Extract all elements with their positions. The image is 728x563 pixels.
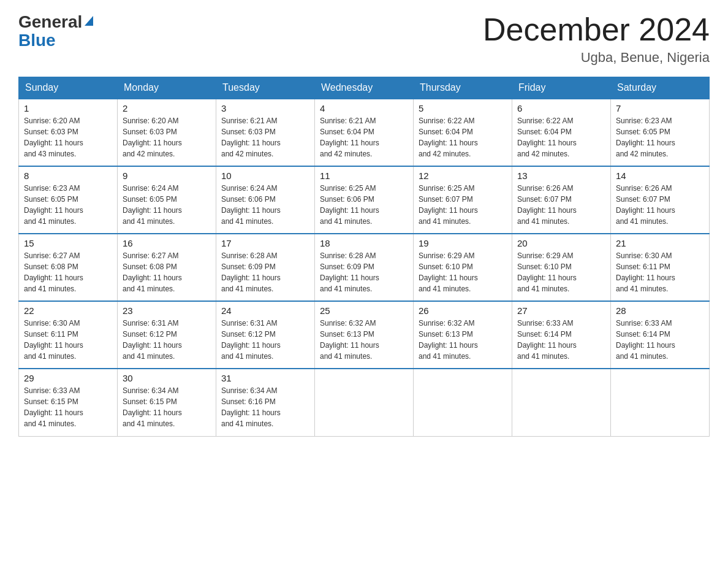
- day-number: 23: [123, 305, 211, 316]
- day-number: 6: [517, 103, 605, 113]
- day-info: Sunrise: 6:29 AMSunset: 6:10 PMDaylight:…: [419, 251, 478, 293]
- day-info: Sunrise: 6:28 AMSunset: 6:09 PMDaylight:…: [221, 251, 281, 293]
- day-number: 15: [24, 238, 112, 248]
- calendar-cell: 8 Sunrise: 6:23 AMSunset: 6:05 PMDayligh…: [19, 166, 118, 234]
- day-number: 21: [616, 238, 704, 248]
- title-area: December 2024 Ugba, Benue, Nigeria: [483, 12, 710, 66]
- day-info: Sunrise: 6:22 AMSunset: 6:04 PMDaylight:…: [419, 117, 478, 158]
- calendar-week-row: 29 Sunrise: 6:33 AMSunset: 6:15 PMDaylig…: [19, 369, 710, 436]
- col-header-sunday: Sunday: [19, 77, 118, 99]
- calendar-cell: 31 Sunrise: 6:34 AMSunset: 6:16 PMDaylig…: [216, 369, 315, 436]
- day-info: Sunrise: 6:29 AMSunset: 6:10 PMDaylight:…: [517, 251, 577, 293]
- calendar-cell: [315, 369, 414, 436]
- day-number: 11: [320, 170, 408, 181]
- calendar-cell: 3 Sunrise: 6:21 AMSunset: 6:03 PMDayligh…: [216, 99, 315, 166]
- calendar-cell: 19 Sunrise: 6:29 AMSunset: 6:10 PMDaylig…: [414, 234, 512, 301]
- day-number: 5: [419, 103, 507, 113]
- day-info: Sunrise: 6:31 AMSunset: 6:12 PMDaylight:…: [123, 319, 182, 361]
- day-info: Sunrise: 6:24 AMSunset: 6:05 PMDaylight:…: [123, 184, 182, 226]
- day-info: Sunrise: 6:34 AMSunset: 6:16 PMDaylight:…: [221, 386, 281, 428]
- calendar-cell: 4 Sunrise: 6:21 AMSunset: 6:04 PMDayligh…: [315, 99, 414, 166]
- col-header-friday: Friday: [512, 77, 611, 99]
- day-number: 4: [320, 103, 408, 113]
- day-number: 13: [517, 170, 605, 181]
- calendar-cell: 14 Sunrise: 6:26 AMSunset: 6:07 PMDaylig…: [611, 166, 710, 234]
- calendar-cell: 17 Sunrise: 6:28 AMSunset: 6:09 PMDaylig…: [216, 234, 315, 301]
- calendar-cell: 11 Sunrise: 6:25 AMSunset: 6:06 PMDaylig…: [315, 166, 414, 234]
- day-number: 27: [517, 305, 605, 316]
- month-title: December 2024: [483, 12, 710, 47]
- day-info: Sunrise: 6:33 AMSunset: 6:15 PMDaylight:…: [24, 386, 83, 428]
- calendar-cell: 21 Sunrise: 6:30 AMSunset: 6:11 PMDaylig…: [611, 234, 710, 301]
- logo: General Blue: [18, 12, 93, 49]
- day-number: 31: [221, 373, 309, 383]
- calendar-cell: 5 Sunrise: 6:22 AMSunset: 6:04 PMDayligh…: [414, 99, 512, 166]
- day-number: 30: [123, 373, 211, 383]
- day-number: 1: [24, 103, 112, 113]
- day-info: Sunrise: 6:32 AMSunset: 6:13 PMDaylight:…: [419, 319, 478, 361]
- day-number: 8: [24, 170, 112, 181]
- day-info: Sunrise: 6:25 AMSunset: 6:07 PMDaylight:…: [419, 184, 478, 226]
- calendar-week-row: 8 Sunrise: 6:23 AMSunset: 6:05 PMDayligh…: [19, 166, 710, 234]
- calendar-cell: [512, 369, 611, 436]
- col-header-wednesday: Wednesday: [315, 77, 414, 99]
- day-info: Sunrise: 6:30 AMSunset: 6:11 PMDaylight:…: [616, 251, 675, 293]
- calendar-cell: 2 Sunrise: 6:20 AMSunset: 6:03 PMDayligh…: [118, 99, 216, 166]
- calendar-cell: 13 Sunrise: 6:26 AMSunset: 6:07 PMDaylig…: [512, 166, 611, 234]
- day-info: Sunrise: 6:23 AMSunset: 6:05 PMDaylight:…: [616, 117, 675, 158]
- day-info: Sunrise: 6:32 AMSunset: 6:13 PMDaylight:…: [320, 319, 379, 361]
- day-info: Sunrise: 6:24 AMSunset: 6:06 PMDaylight:…: [221, 184, 281, 226]
- day-number: 2: [123, 103, 211, 113]
- calendar-week-row: 15 Sunrise: 6:27 AMSunset: 6:08 PMDaylig…: [19, 234, 710, 301]
- day-number: 17: [221, 238, 309, 248]
- calendar-cell: 10 Sunrise: 6:24 AMSunset: 6:06 PMDaylig…: [216, 166, 315, 234]
- calendar-cell: 6 Sunrise: 6:22 AMSunset: 6:04 PMDayligh…: [512, 99, 611, 166]
- day-info: Sunrise: 6:27 AMSunset: 6:08 PMDaylight:…: [123, 251, 182, 293]
- logo-general-text: General: [18, 12, 82, 32]
- day-info: Sunrise: 6:28 AMSunset: 6:09 PMDaylight:…: [320, 251, 379, 293]
- day-info: Sunrise: 6:34 AMSunset: 6:15 PMDaylight:…: [123, 386, 182, 428]
- location-title: Ugba, Benue, Nigeria: [483, 50, 710, 66]
- day-info: Sunrise: 6:31 AMSunset: 6:12 PMDaylight:…: [221, 319, 281, 361]
- day-info: Sunrise: 6:27 AMSunset: 6:08 PMDaylight:…: [24, 251, 83, 293]
- day-info: Sunrise: 6:30 AMSunset: 6:11 PMDaylight:…: [24, 319, 83, 361]
- calendar-cell: 27 Sunrise: 6:33 AMSunset: 6:14 PMDaylig…: [512, 301, 611, 369]
- calendar-cell: 28 Sunrise: 6:33 AMSunset: 6:14 PMDaylig…: [611, 301, 710, 369]
- day-info: Sunrise: 6:25 AMSunset: 6:06 PMDaylight:…: [320, 184, 379, 226]
- calendar-week-row: 1 Sunrise: 6:20 AMSunset: 6:03 PMDayligh…: [19, 99, 710, 166]
- day-number: 28: [616, 305, 704, 316]
- calendar-cell: 12 Sunrise: 6:25 AMSunset: 6:07 PMDaylig…: [414, 166, 512, 234]
- day-info: Sunrise: 6:33 AMSunset: 6:14 PMDaylight:…: [517, 319, 577, 361]
- day-number: 3: [221, 103, 309, 113]
- day-info: Sunrise: 6:21 AMSunset: 6:03 PMDaylight:…: [221, 117, 281, 158]
- col-header-tuesday: Tuesday: [216, 77, 315, 99]
- col-header-thursday: Thursday: [414, 77, 512, 99]
- day-info: Sunrise: 6:20 AMSunset: 6:03 PMDaylight:…: [123, 117, 182, 158]
- day-number: 10: [221, 170, 309, 181]
- day-number: 22: [24, 305, 112, 316]
- calendar-cell: 23 Sunrise: 6:31 AMSunset: 6:12 PMDaylig…: [118, 301, 216, 369]
- calendar-cell: 7 Sunrise: 6:23 AMSunset: 6:05 PMDayligh…: [611, 99, 710, 166]
- calendar-cell: 16 Sunrise: 6:27 AMSunset: 6:08 PMDaylig…: [118, 234, 216, 301]
- day-number: 9: [123, 170, 211, 181]
- calendar-cell: 25 Sunrise: 6:32 AMSunset: 6:13 PMDaylig…: [315, 301, 414, 369]
- day-number: 20: [517, 238, 605, 248]
- calendar-cell: [414, 369, 512, 436]
- calendar-week-row: 22 Sunrise: 6:30 AMSunset: 6:11 PMDaylig…: [19, 301, 710, 369]
- logo-blue-part: [83, 18, 93, 26]
- logo-blue-text: Blue: [18, 32, 56, 49]
- day-number: 7: [616, 103, 704, 113]
- calendar-cell: 24 Sunrise: 6:31 AMSunset: 6:12 PMDaylig…: [216, 301, 315, 369]
- col-header-saturday: Saturday: [611, 77, 710, 99]
- calendar-cell: 20 Sunrise: 6:29 AMSunset: 6:10 PMDaylig…: [512, 234, 611, 301]
- day-info: Sunrise: 6:20 AMSunset: 6:03 PMDaylight:…: [24, 117, 83, 158]
- day-info: Sunrise: 6:23 AMSunset: 6:05 PMDaylight:…: [24, 184, 83, 226]
- day-info: Sunrise: 6:33 AMSunset: 6:14 PMDaylight:…: [616, 319, 675, 361]
- logo-arrow-icon: [85, 16, 93, 26]
- day-number: 25: [320, 305, 408, 316]
- header: General Blue December 2024 Ugba, Benue, …: [18, 12, 710, 66]
- day-info: Sunrise: 6:26 AMSunset: 6:07 PMDaylight:…: [616, 184, 675, 226]
- calendar-cell: 9 Sunrise: 6:24 AMSunset: 6:05 PMDayligh…: [118, 166, 216, 234]
- calendar-cell: [611, 369, 710, 436]
- day-number: 12: [419, 170, 507, 181]
